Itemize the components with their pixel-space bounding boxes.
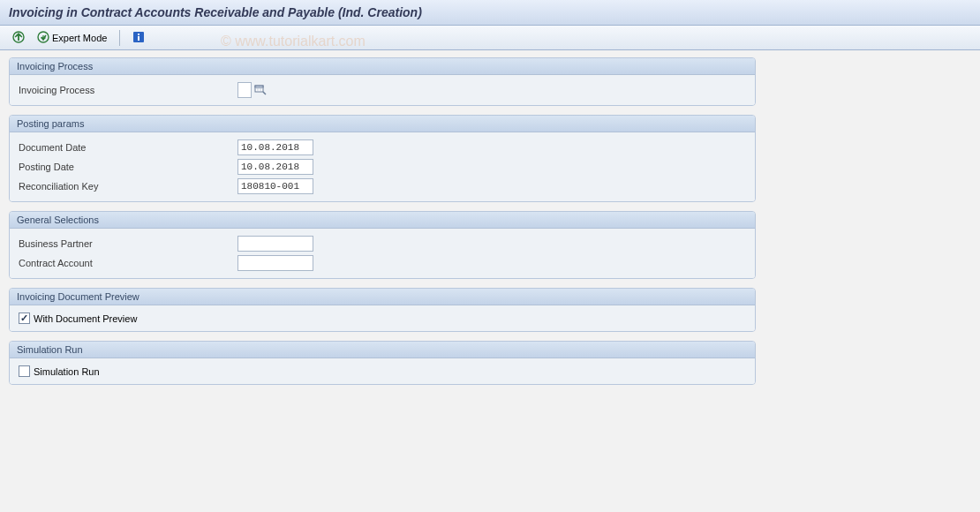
contract-account-input[interactable] [237, 255, 313, 271]
svg-rect-3 [138, 34, 139, 35]
expert-mode-button[interactable]: Expert Mode [34, 28, 110, 48]
svg-rect-4 [138, 36, 139, 41]
document-date-input[interactable] [237, 139, 313, 155]
simulation-run-label: Simulation Run [34, 366, 100, 377]
business-partner-label: Business Partner [17, 238, 237, 249]
info-icon [132, 31, 145, 45]
svg-rect-6 [255, 86, 263, 87]
execute-button[interactable] [9, 28, 28, 48]
group-document-preview: Invoicing Document Preview With Document… [9, 288, 756, 332]
with-document-preview-label: With Document Preview [34, 313, 137, 324]
document-date-label: Document Date [17, 142, 237, 153]
with-document-preview-checkbox[interactable] [19, 312, 30, 324]
simulation-run-checkbox[interactable] [19, 365, 30, 377]
matchcode-icon[interactable] [253, 83, 268, 97]
reconciliation-key-label: Reconciliation Key [17, 181, 237, 192]
posting-date-label: Posting Date [17, 162, 237, 172]
group-simulation-run: Simulation Run Simulation Run [9, 341, 756, 385]
toolbar-separator [119, 30, 120, 46]
group-general-selections: General Selections Business Partner Cont… [9, 211, 756, 279]
page-title: Invoicing in Contract Accounts Receivabl… [0, 0, 980, 26]
content-area: Invoicing Process Invoicing Process [0, 50, 980, 401]
invoicing-process-label: Invoicing Process [17, 85, 237, 95]
posting-date-input[interactable] [237, 159, 313, 175]
info-button[interactable] [129, 28, 148, 48]
group-header: Invoicing Process [10, 58, 755, 75]
group-header: General Selections [10, 212, 755, 229]
contract-account-label: Contract Account [17, 258, 237, 268]
group-posting-params: Posting params Document Date Posting Dat… [9, 115, 756, 202]
group-invoicing-process: Invoicing Process Invoicing Process [9, 57, 756, 106]
application-toolbar: Expert Mode [0, 26, 980, 50]
expert-mode-icon [37, 31, 49, 45]
field-row-invoicing-process: Invoicing Process [17, 80, 748, 100]
invoicing-process-input[interactable] [237, 82, 252, 98]
execute-icon [12, 31, 25, 45]
business-partner-input[interactable] [237, 236, 313, 252]
group-header: Simulation Run [10, 342, 755, 358]
reconciliation-key-input[interactable] [237, 178, 313, 194]
group-header: Posting params [10, 116, 755, 132]
group-header: Invoicing Document Preview [10, 289, 755, 305]
expert-mode-label: Expert Mode [52, 33, 107, 43]
